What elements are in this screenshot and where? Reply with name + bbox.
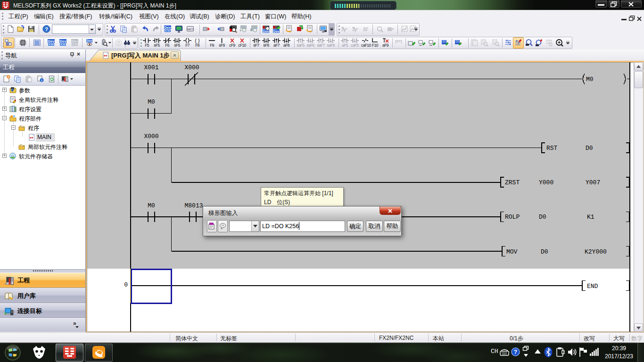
- svg-text:M0: M0: [148, 202, 155, 209]
- svg-text:M0: M0: [586, 76, 594, 83]
- svg-text:K2Y000: K2Y000: [585, 248, 607, 255]
- svg-text:Y007: Y007: [586, 179, 600, 186]
- svg-text:Dev: Dev: [60, 39, 67, 43]
- svg-text:M0: M0: [148, 99, 155, 106]
- svg-text:0: 0: [124, 281, 128, 288]
- svg-text:X001: X001: [144, 64, 158, 71]
- svg-text:?: ?: [117, 41, 120, 46]
- svg-text:END: END: [587, 283, 598, 290]
- svg-text:Dev: Dev: [48, 39, 55, 43]
- svg-text:Dev: Dev: [72, 39, 79, 43]
- svg-text:D0: D0: [586, 145, 593, 152]
- svg-text:i: i: [41, 79, 42, 82]
- svg-text:Y000: Y000: [539, 179, 553, 186]
- svg-text:D0: D0: [541, 248, 548, 255]
- svg-text:K1: K1: [587, 214, 594, 221]
- svg-text:ROLP: ROLP: [505, 214, 520, 221]
- svg-text:RST: RST: [546, 145, 558, 152]
- svg-text:ZRST: ZRST: [505, 179, 520, 186]
- svg-text:?: ?: [514, 349, 517, 355]
- svg-text:Dev: Dev: [87, 39, 92, 42]
- svg-text:Dev: Dev: [273, 30, 280, 33]
- svg-text:Dev: Dev: [165, 25, 172, 30]
- svg-text:D0: D0: [539, 214, 546, 221]
- svg-text:HKY: HKY: [187, 28, 193, 31]
- svg-text:M8013: M8013: [184, 202, 203, 209]
- svg-text:[ST]: [ST]: [395, 39, 402, 43]
- svg-text:X000: X000: [144, 133, 158, 140]
- svg-text:?: ?: [45, 26, 48, 32]
- svg-text:MOV: MOV: [506, 248, 518, 255]
- svg-text:X000: X000: [184, 64, 199, 71]
